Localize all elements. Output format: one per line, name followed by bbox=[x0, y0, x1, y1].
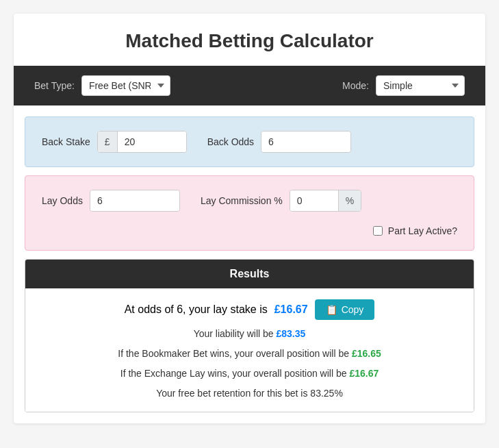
percent-suffix: % bbox=[338, 190, 361, 211]
bet-type-select[interactable]: Free Bet (SNR) Free Bet (SR) Normal bbox=[81, 75, 170, 96]
lay-odds-group: Lay Odds bbox=[42, 190, 180, 212]
liability-value: £83.35 bbox=[277, 328, 306, 339]
mode-group: Mode: Simple Advanced bbox=[342, 75, 465, 96]
back-odds-label: Back Odds bbox=[207, 136, 254, 147]
copy-button[interactable]: 📋 Copy bbox=[315, 299, 375, 320]
bet-type-label: Bet Type: bbox=[34, 80, 75, 91]
lay-odds-input-wrapper bbox=[90, 190, 180, 212]
lay-stake-prefix: At odds of 6, your lay stake is bbox=[125, 303, 268, 316]
mode-label: Mode: bbox=[342, 80, 369, 91]
page-title: Matched Betting Calculator bbox=[14, 14, 485, 66]
lay-commission-input[interactable] bbox=[290, 190, 338, 211]
results-section: Results At odds of 6, your lay stake is … bbox=[25, 259, 474, 412]
back-section: Back Stake £ Back Odds bbox=[25, 116, 474, 167]
lay-odds-label: Lay Odds bbox=[42, 195, 83, 206]
lay-commission-group: Lay Commission % % bbox=[201, 190, 361, 212]
lay-section: Lay Odds Lay Commission % % Part Lay Act… bbox=[25, 175, 474, 251]
back-odds-input-wrapper bbox=[261, 131, 351, 153]
part-lay-label: Part Lay Active? bbox=[388, 225, 457, 236]
lay-stake-row: At odds of 6, your lay stake is £16.67 📋… bbox=[39, 299, 460, 320]
liability-prefix: Your liability will be bbox=[194, 328, 277, 339]
bookmaker-win-prefix: If the Bookmaker Bet wins, your overall … bbox=[118, 348, 352, 359]
copy-icon: 📋 bbox=[326, 304, 337, 315]
bet-type-group: Bet Type: Free Bet (SNR) Free Bet (SR) N… bbox=[34, 75, 170, 96]
back-stake-input-wrapper: £ bbox=[97, 131, 187, 153]
exchange-win-value: £16.67 bbox=[349, 368, 379, 379]
bookmaker-win-row: If the Bookmaker Bet wins, your overall … bbox=[39, 347, 460, 361]
results-body: At odds of 6, your lay stake is £16.67 📋… bbox=[25, 288, 474, 412]
calculator-container: Matched Betting Calculator Bet Type: Fre… bbox=[14, 14, 485, 423]
part-lay-checkbox[interactable] bbox=[373, 226, 383, 236]
exchange-win-prefix: If the Exchange Lay wins, your overall p… bbox=[120, 368, 350, 379]
lay-commission-label: Lay Commission % bbox=[201, 195, 283, 206]
lay-stake-value: £16.67 bbox=[274, 303, 308, 316]
results-header: Results bbox=[25, 260, 474, 288]
back-stake-label: Back Stake bbox=[42, 136, 90, 147]
copy-button-label: Copy bbox=[342, 304, 364, 315]
back-odds-input[interactable] bbox=[261, 132, 350, 152]
mode-select[interactable]: Simple Advanced bbox=[376, 75, 465, 96]
bookmaker-win-value: £16.65 bbox=[352, 348, 381, 359]
back-stake-input[interactable] bbox=[118, 132, 186, 152]
lay-commission-input-wrapper: % bbox=[290, 190, 361, 212]
controls-bar: Bet Type: Free Bet (SNR) Free Bet (SR) N… bbox=[14, 66, 485, 105]
pound-prefix: £ bbox=[98, 132, 118, 152]
retention-row: Your free bet retention for this bet is … bbox=[39, 386, 460, 401]
exchange-win-row: If the Exchange Lay wins, your overall p… bbox=[39, 366, 460, 381]
back-odds-group: Back Odds bbox=[207, 131, 351, 153]
part-lay-row: Part Lay Active? bbox=[42, 225, 457, 236]
lay-odds-input[interactable] bbox=[90, 190, 179, 211]
back-stake-group: Back Stake £ bbox=[42, 131, 187, 153]
liability-row: Your liability will be £83.35 bbox=[39, 327, 460, 341]
